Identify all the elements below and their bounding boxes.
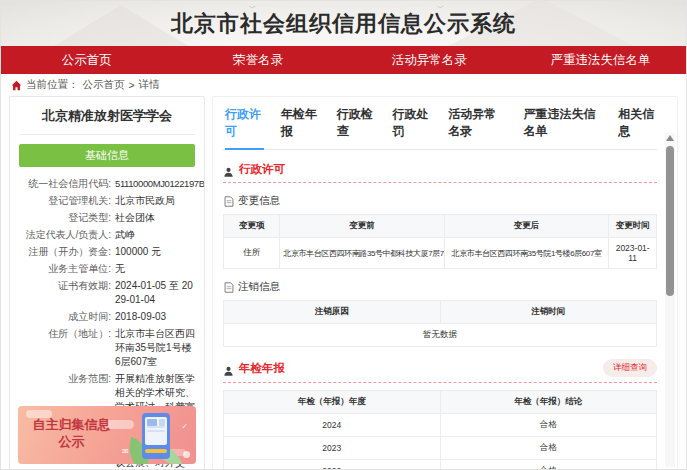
tab-administrative-permit[interactable]: 行政许可 [225, 106, 264, 150]
self-collection-banner[interactable]: 自主归集信息公示 ✉ ✓ [18, 406, 196, 464]
field-value: 无 [111, 262, 195, 276]
field-supervisory-unit: 业务主管单位: 无 [19, 262, 195, 276]
table-row: 2022 合格 [224, 460, 657, 470]
field-label: 业务主管单位: [19, 262, 111, 276]
basic-info-button[interactable]: 基础信息 [19, 144, 195, 167]
cell-change-time: 2023-01-11 [609, 238, 657, 269]
cell-result: 合格 [440, 437, 657, 460]
field-value: 2018-09-03 [111, 310, 195, 324]
scrollbar-thumb[interactable] [666, 146, 674, 296]
field-value: 武峥 [111, 228, 195, 242]
breadcrumb-prefix: 当前位置： [26, 78, 79, 92]
org-name: 北京精准放射医学学会 [19, 107, 195, 135]
peak-decor: ﹀ [249, 3, 256, 13]
nav-item-abnormal-list[interactable]: 活动异常名录 [344, 46, 515, 74]
dot-decor [183, 451, 190, 458]
shield-check-icon: ✓ [181, 422, 188, 431]
breadcrumb-current: 详情 [139, 78, 160, 92]
field-value: 100000 元 [111, 245, 195, 259]
detail-query-button[interactable]: 详细查询 [603, 359, 657, 377]
table-row: 2024 合格 [224, 414, 657, 437]
nav-item-home[interactable]: 公示首页 [1, 46, 172, 74]
field-registration-authority: 登记管理机关: 北京市民政局 [19, 194, 195, 208]
annual-report-table: 年检（年报）年度 年检（年报）结论 2024 合格 2023 合格 2022 合… [223, 390, 657, 470]
field-label: 统一社会信用代码: [19, 177, 111, 191]
tab-related-info[interactable]: 相关信息 [618, 106, 657, 149]
envelope-icon: ✉ [122, 447, 129, 456]
col-header: 变更后 [444, 215, 609, 238]
tab-administrative-inspection[interactable]: 行政检查 [337, 106, 376, 149]
field-label: 证书有效期: [19, 279, 111, 307]
breadcrumb: 当前位置： 公示首页 > 详情 [1, 74, 686, 96]
tab-dishonest-list[interactable]: 严重违法失信名单 [524, 106, 602, 149]
cell-change-item: 住所 [224, 238, 280, 269]
col-header: 变更时间 [609, 215, 657, 238]
field-label: 法定代表人/负责人: [19, 228, 111, 242]
col-header: 注销原因 [224, 301, 441, 324]
field-value: 2024-01-05 至 2029-01-04 [111, 279, 195, 307]
peak-decor: ﹀ [437, 3, 444, 13]
field-value: 北京市民政局 [111, 194, 195, 208]
tab-administrative-penalty[interactable]: 行政处罚 [392, 106, 431, 149]
field-value: 51110000MJ0122197B [111, 177, 205, 191]
field-label: 登记管理机关: [19, 194, 111, 208]
main-area: 北京精准放射医学学会 基础信息 统一社会信用代码: 51110000MJ0122… [1, 96, 686, 470]
tab-abnormal-list[interactable]: 活动异常名录 [448, 106, 506, 149]
field-label: 登记类型: [19, 211, 111, 225]
field-credit-code: 统一社会信用代码: 51110000MJ0122197B [19, 177, 195, 191]
breadcrumb-home-link[interactable]: 公示首页 [83, 78, 125, 92]
site-title: 北京市社会组织信用信息公示系统 [1, 1, 686, 46]
field-legal-representative: 法定代表人/负责人: 武峥 [19, 228, 195, 242]
cancel-info-table: 注销原因 注销时间 暂无数据 [223, 300, 657, 347]
nav-item-dishonest-list[interactable]: 严重违法失信名单 [515, 46, 686, 74]
org-info-card: 北京精准放射医学学会 基础信息 统一社会信用代码: 51110000MJ0122… [9, 96, 205, 470]
field-registered-capital: 注册（开办）资金: 100000 元 [19, 245, 195, 259]
empty-data-cell: 暂无数据 [224, 324, 657, 347]
col-header: 注销时间 [440, 301, 657, 324]
subsection-title: 变更信息 [238, 194, 280, 208]
field-label: 住所（地址）: [19, 327, 111, 369]
tab-annual-report[interactable]: 年检年报 [281, 106, 320, 149]
subsection-change-info: 变更信息 [224, 194, 657, 208]
field-label: 注册（开办）资金: [19, 245, 111, 259]
col-header: 变更前 [280, 215, 445, 238]
section-annual-report: 年检年报 详细查询 [223, 359, 657, 383]
field-registration-type: 登记类型: 社会团体 [19, 211, 195, 225]
table-header-row: 年检（年报）年度 年检（年报）结论 [224, 391, 657, 414]
cell-result: 合格 [440, 460, 657, 470]
cell-before: 北京市丰台区西四环南路35号中都科技大厦7层709室 [280, 238, 445, 269]
site-header: ﹀ ﹀ 北京市社会组织信用信息公示系统 [1, 1, 686, 46]
home-icon [11, 80, 22, 91]
document-icon [224, 196, 234, 207]
detail-tabs: 行政许可 年检年报 行政检查 行政处罚 活动异常名录 严重违法失信名单 相关信息 [223, 101, 657, 150]
table-row: 暂无数据 [224, 324, 657, 347]
main-nav: 公示首页 荣誉名录 活动异常名录 严重违法失信名单 [1, 46, 686, 74]
subsection-title: 注销信息 [238, 280, 280, 294]
field-value: 社会团体 [111, 211, 195, 225]
content-scrollbar[interactable] [665, 133, 675, 467]
field-establish-date: 成立时间: 2018-09-03 [19, 310, 195, 324]
table-row: 2023 合格 [224, 437, 657, 460]
field-value: 北京市丰台区西四环南35号院1号楼6层607室 [111, 327, 195, 369]
scrollbar-up-icon[interactable] [666, 135, 674, 141]
banner-text: 自主归集信息公示 [30, 416, 113, 450]
cell-after: 北京市丰台区西四环南35号院1号楼6层607室 [444, 238, 609, 269]
subsection-cancel-info: 注销信息 [224, 280, 657, 294]
document-icon [224, 282, 234, 293]
col-header: 年检（年报）年度 [224, 391, 441, 414]
col-header: 年检（年报）结论 [440, 391, 657, 414]
table-header-row: 变更项 变更前 变更后 变更时间 [224, 215, 657, 238]
cell-year: 2023 [224, 437, 441, 460]
cell-year: 2024 [224, 414, 441, 437]
change-info-table: 变更项 变更前 变更后 变更时间 住所 北京市丰台区西四环南路35号中都科技大厦… [223, 214, 657, 269]
field-address: 住所（地址）: 北京市丰台区西四环南35号院1号楼6层607室 [19, 327, 195, 369]
section-administrative-permit: 行政许可 [223, 162, 657, 183]
detail-content: 行政许可 年检年报 行政检查 行政处罚 活动异常名录 严重违法失信名单 相关信息… [212, 96, 678, 470]
section-title: 年检年报 [239, 361, 285, 376]
nav-item-honor-list[interactable]: 荣誉名录 [172, 46, 343, 74]
field-certificate-validity: 证书有效期: 2024-01-05 至 2029-01-04 [19, 279, 195, 307]
col-header: 变更项 [224, 215, 280, 238]
table-row: 住所 北京市丰台区西四环南路35号中都科技大厦7层709室 北京市丰台区西四环南… [224, 238, 657, 269]
field-label: 成立时间: [19, 310, 111, 324]
person-icon [223, 363, 234, 374]
